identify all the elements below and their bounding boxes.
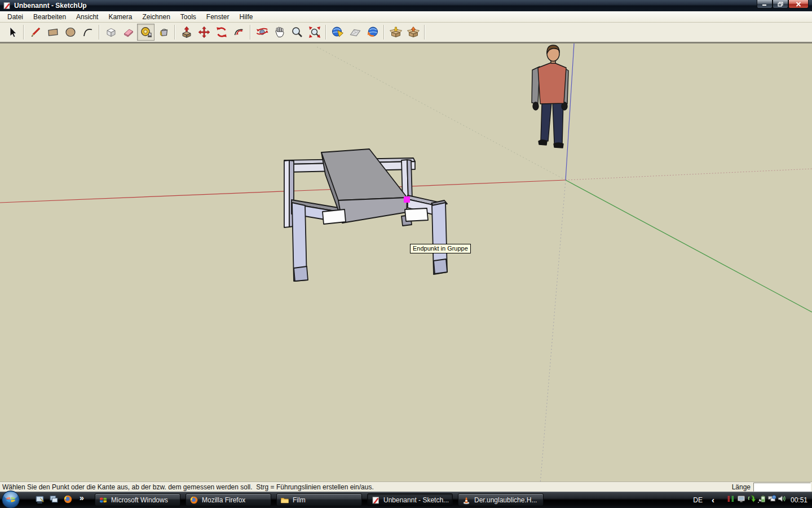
menu-item-zeichnen[interactable]: Zeichnen	[137, 12, 175, 22]
rotate-tool-button[interactable]	[213, 24, 230, 41]
quick-launch-overflow[interactable]: »	[80, 493, 84, 502]
menu-item-datei[interactable]: Datei	[2, 12, 28, 22]
circle-tool-button[interactable]	[61, 24, 79, 41]
toolbar-separator	[174, 25, 175, 40]
pan-tool-button[interactable]	[271, 24, 288, 41]
push-pull-tool-button[interactable]	[178, 24, 195, 41]
paint-bucket-tool-button[interactable]	[155, 24, 172, 41]
taskbar: » Microsoft WindowsMozilla FirefoxFilmUn…	[0, 492, 812, 508]
network-tray-icon[interactable]	[767, 494, 776, 505]
zoom-extents-tool-button[interactable]	[306, 24, 323, 41]
update-tray-icon[interactable]	[747, 494, 756, 505]
display-tray-icon[interactable]	[737, 494, 745, 505]
taskbar-button-mozilla-firefox[interactable]: Mozilla Firefox	[186, 493, 271, 506]
close-icon	[796, 2, 801, 7]
menu-item-ansicht[interactable]: Ansicht	[71, 12, 103, 22]
toggle-terrain-tool-button[interactable]	[346, 24, 364, 41]
taskbar-button-label: Der.unglaubliche.H...	[474, 496, 537, 504]
select-icon	[6, 25, 19, 39]
switch-windows-quicklaunch-icon[interactable]	[49, 494, 59, 506]
sketchup-window: Unbenannt - SketchUp DateiBearbeitenAnsi…	[0, 0, 812, 508]
taskbar-button-der-unglaubliche-h[interactable]: Der.unglaubliche.H...	[458, 493, 544, 506]
menu-item-fenster[interactable]: Fenster	[201, 12, 235, 22]
line-tool-button[interactable]	[27, 24, 44, 41]
firefox-quicklaunch-icon[interactable]	[63, 494, 73, 506]
orbit-icon	[255, 25, 269, 39]
eraser-tool-button[interactable]	[120, 24, 137, 41]
blue-axis-negative	[540, 180, 566, 481]
zoom-tool-button[interactable]	[288, 24, 306, 41]
language-indicator[interactable]: DE	[693, 496, 703, 504]
taskbar-button-label: Film	[293, 496, 306, 504]
status-bar: Wählen Sie den Punkt oder die Kante aus,…	[0, 481, 812, 492]
menu-item-tools[interactable]: Tools	[175, 12, 201, 22]
menu-item-kamera[interactable]: Kamera	[103, 12, 137, 22]
start-button[interactable]	[1, 490, 20, 508]
share-model-icon	[407, 25, 420, 39]
make-component-tool-button[interactable]	[102, 24, 120, 41]
taskbar-button-label: Mozilla Firefox	[202, 496, 245, 504]
menu-item-bearbeiten[interactable]: Bearbeiten	[28, 12, 71, 22]
toolbar-separator	[250, 25, 251, 40]
close-button[interactable]	[788, 0, 809, 8]
offset-icon	[232, 25, 246, 39]
zoom-extents-icon	[308, 25, 321, 39]
get-current-view-tool-button[interactable]	[329, 24, 346, 41]
taskbar-button-unbenannt-sketch[interactable]: Unbenannt - Sketch...	[367, 493, 453, 506]
move-icon	[197, 25, 211, 39]
graphics-tray-icon[interactable]	[727, 494, 735, 505]
toolbar-separator	[23, 25, 24, 40]
measurement-input[interactable]	[753, 483, 811, 492]
system-tray: DE ‹ 00:51	[693, 492, 810, 508]
table-model	[284, 149, 447, 281]
toolbar-separator	[424, 25, 425, 40]
taskbar-button-film[interactable]: Film	[276, 493, 362, 506]
volume-tray-icon[interactable]	[778, 494, 786, 505]
circle-icon	[64, 25, 77, 39]
sketchup-app-icon	[3, 2, 11, 10]
toolbar-separator	[99, 25, 100, 40]
endpoint-marker	[404, 196, 410, 203]
restore-button[interactable]	[773, 0, 788, 8]
orbit-tool-button[interactable]	[253, 24, 271, 41]
toolbar	[0, 23, 812, 42]
red-axis-negative	[566, 169, 812, 180]
toggle-terrain-icon	[348, 25, 362, 39]
select-tool-button[interactable]	[3, 24, 21, 41]
taskbar-button-microsoft-windows[interactable]: Microsoft Windows	[95, 493, 180, 506]
title-bar[interactable]: Unbenannt - SketchUp	[0, 0, 812, 11]
minimize-icon	[762, 2, 767, 6]
green-axis	[566, 180, 812, 312]
modeling-viewport[interactable]: Endpunkt in Gruppe	[0, 42, 812, 481]
pan-icon	[273, 25, 286, 39]
taskbar-clock[interactable]: 00:51	[791, 496, 807, 504]
offset-tool-button[interactable]	[230, 24, 248, 41]
get-models-tool-button[interactable]	[387, 24, 404, 41]
sketchup-icon	[371, 496, 380, 505]
person-figure	[532, 45, 568, 148]
push-pull-icon	[180, 25, 193, 39]
model-scene	[0, 43, 812, 481]
measure-label: Länge	[732, 483, 751, 491]
power-tray-icon[interactable]	[757, 494, 766, 505]
rectangle-tool-button[interactable]	[44, 24, 61, 41]
red-axis	[0, 180, 566, 203]
toolbar-separator	[325, 25, 326, 40]
rectangle-icon	[46, 25, 60, 39]
vlc-icon	[462, 496, 471, 505]
photo-textures-tool-button[interactable]	[364, 24, 381, 41]
tape-measure-tool-button[interactable]	[137, 24, 155, 41]
tray-expand-chevron[interactable]: ‹	[712, 495, 714, 505]
folder-icon	[280, 496, 289, 505]
arc-tool-button[interactable]	[79, 24, 96, 41]
inference-tooltip: Endpunkt in Gruppe	[410, 244, 471, 253]
move-tool-button[interactable]	[195, 24, 213, 41]
toolbar-separator	[383, 25, 385, 40]
firefox-icon	[189, 496, 198, 505]
minimize-button[interactable]	[757, 0, 773, 8]
menu-item-hilfe[interactable]: Hilfe	[235, 12, 258, 22]
show-desktop-quicklaunch-icon[interactable]	[35, 494, 45, 506]
tape-measure-icon	[139, 25, 153, 39]
get-models-icon	[389, 25, 403, 39]
share-model-tool-button[interactable]	[404, 24, 422, 41]
